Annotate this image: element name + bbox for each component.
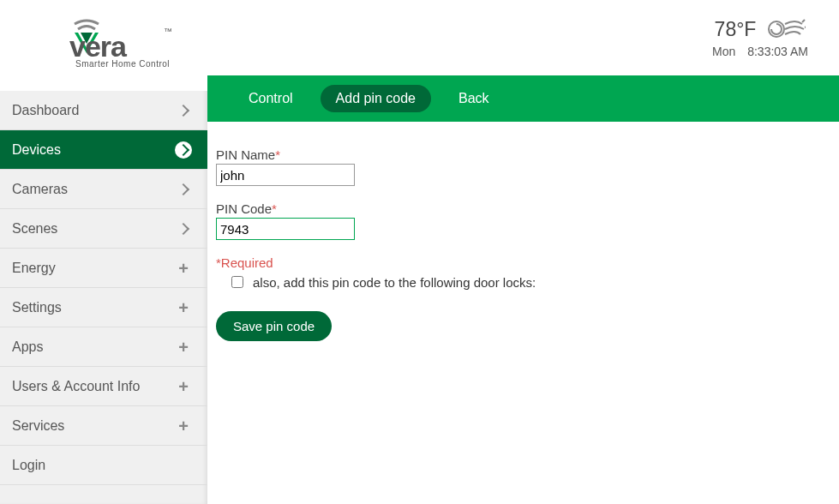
plus-icon — [175, 260, 192, 277]
add-to-locks-label: also, add this pin code to the following… — [253, 275, 536, 290]
sidebar-item-label: Scenes — [12, 221, 57, 237]
plus-icon — [175, 417, 192, 435]
add-to-locks-row: also, add this pin code to the following… — [228, 273, 839, 291]
svg-text:™: ™ — [164, 27, 172, 36]
plus-icon — [175, 339, 192, 356]
sidebar-item-users-account[interactable]: Users & Account Info — [0, 367, 207, 406]
pin-form: PIN Name* PIN Code* *Required also, add … — [207, 122, 839, 341]
topbar: 78°F Mon 8:33:03 AM — [207, 0, 839, 58]
sidebar-nav: Dashboard Devices Cameras Scenes Energy … — [0, 91, 207, 485]
save-pin-code-button[interactable]: Save pin code — [216, 311, 332, 341]
plus-icon — [175, 299, 192, 316]
svg-text:vera: vera — [69, 30, 128, 63]
chevron-right-icon — [175, 181, 192, 198]
tab-back[interactable]: Back — [443, 85, 505, 112]
tab-control[interactable]: Control — [233, 85, 309, 112]
sidebar-item-label: Services — [12, 418, 64, 434]
sidebar-item-label: Devices — [12, 142, 61, 158]
sidebar-item-label: Apps — [12, 339, 43, 355]
sidebar-item-scenes[interactable]: Scenes — [0, 209, 207, 249]
temperature-value: 78°F — [715, 18, 757, 41]
required-note: *Required — [216, 255, 839, 270]
plus-icon — [175, 378, 192, 395]
pin-name-label: PIN Name* — [216, 147, 839, 162]
pin-name-input[interactable] — [216, 164, 355, 186]
sidebar-item-label: Users & Account Info — [12, 379, 140, 394]
sidebar-item-label: Energy — [12, 261, 56, 276]
day-label: Mon — [712, 45, 735, 58]
chevron-right-circle-icon — [175, 141, 192, 159]
main-content: 78°F Mon 8:33:03 AM — [207, 0, 839, 504]
sidebar-item-label: Cameras — [12, 182, 68, 197]
field-pin-code: PIN Code* — [216, 201, 839, 240]
chevron-right-icon — [175, 102, 192, 119]
weather-block: 78°F Mon 8:33:03 AM — [712, 17, 808, 58]
sidebar-item-label: Dashboard — [12, 103, 79, 118]
tab-bar: Control Add pin code Back — [207, 75, 839, 122]
sidebar-item-settings[interactable]: Settings — [0, 288, 207, 327]
sidebar-item-cameras[interactable]: Cameras — [0, 170, 207, 209]
pin-code-input[interactable] — [216, 218, 355, 240]
vera-logo-svg: vera ™ Smarter Home Control — [35, 19, 172, 72]
svg-text:Smarter Home Control: Smarter Home Control — [75, 59, 170, 69]
pin-code-label: PIN Code* — [216, 201, 839, 216]
tab-add-pin-code[interactable]: Add pin code — [321, 85, 431, 112]
field-pin-name: PIN Name* — [216, 147, 839, 186]
date-time: Mon 8:33:03 AM — [712, 45, 808, 58]
brand-logo: vera ™ Smarter Home Control — [0, 0, 207, 91]
sidebar-item-apps[interactable]: Apps — [0, 327, 207, 367]
sidebar-item-label: Login — [12, 458, 45, 473]
chevron-right-icon — [175, 220, 192, 237]
time-label: 8:33:03 AM — [747, 45, 808, 58]
sidebar-item-devices[interactable]: Devices — [0, 130, 207, 170]
sidebar-item-login[interactable]: Login — [0, 446, 207, 485]
sidebar-item-energy[interactable]: Energy — [0, 249, 207, 288]
sidebar: vera ™ Smarter Home Control Dashboard De… — [0, 0, 207, 504]
sidebar-item-label: Settings — [12, 300, 62, 315]
add-to-locks-checkbox[interactable] — [231, 276, 243, 288]
sidebar-item-dashboard[interactable]: Dashboard — [0, 91, 207, 130]
wind-icon — [764, 17, 806, 41]
sidebar-item-services[interactable]: Services — [0, 406, 207, 446]
